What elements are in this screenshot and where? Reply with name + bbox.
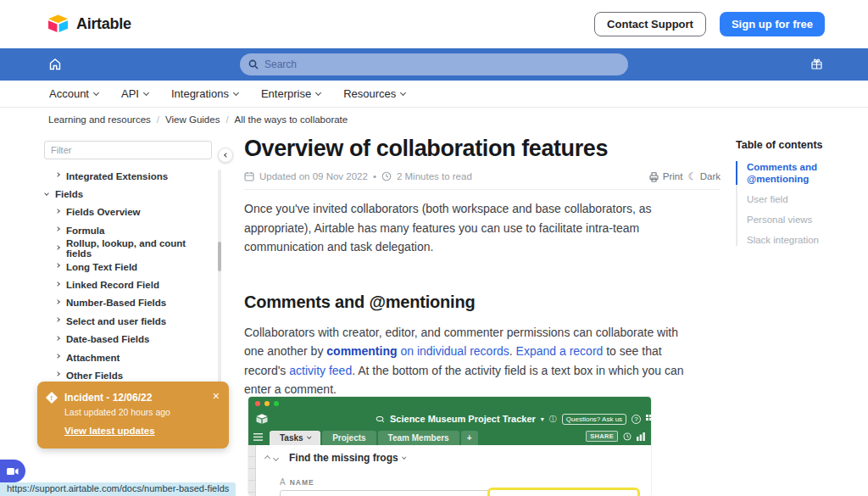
search-placeholder: Search <box>264 59 297 70</box>
chevron-right-icon <box>55 317 60 322</box>
close-icon[interactable]: × <box>213 389 220 403</box>
toc-item-comments[interactable]: Comments and @mentioning <box>747 161 861 185</box>
toc-item-user-field[interactable]: User field <box>747 193 861 205</box>
sidebar-scrollbar[interactable] <box>218 170 221 386</box>
chevron-down-icon <box>400 89 406 95</box>
add-table-icon: + <box>461 431 478 445</box>
breadcrumb-item-1[interactable]: Learning and resources <box>48 114 151 125</box>
search-input[interactable]: Search <box>240 53 628 75</box>
sidebar-item-fields[interactable]: Fields <box>44 185 214 203</box>
sidebar-item-integrated-extensions[interactable]: Integrated Extensions <box>44 167 214 185</box>
caret-down-icon <box>307 435 311 439</box>
maximize-window-icon <box>274 401 279 406</box>
meta-divider <box>244 189 721 190</box>
info-icon: ⓘ <box>549 414 557 425</box>
chevron-right-icon <box>55 263 60 268</box>
nav-item-integrations[interactable]: Integrations <box>171 87 238 100</box>
sidebar-item-long-text-field[interactable]: Long Text Field <box>44 258 214 276</box>
meta-dot: • <box>373 171 376 181</box>
nav-item-enterprise[interactable]: Enterprise <box>261 87 320 100</box>
sidebar-item-attachment[interactable]: Attachment <box>44 348 214 366</box>
search-icon <box>248 59 259 70</box>
chevron-right-icon <box>55 209 60 214</box>
link-individual-records[interactable]: on individual records <box>398 344 509 358</box>
chevron-down-icon <box>315 89 321 95</box>
base-title: Science Museum Project Tracker <box>390 414 536 424</box>
help-icon: ? <box>632 415 641 424</box>
airtable-logo[interactable]: Airtable <box>47 14 131 34</box>
video-widget-button[interactable] <box>0 460 25 482</box>
status-bar-url: https://support.airtable.com/docs/number… <box>0 482 236 496</box>
chevron-right-icon <box>55 299 60 304</box>
breadcrumb-item-2[interactable]: View Guides <box>165 114 220 125</box>
brand-name: Airtable <box>76 15 131 33</box>
breadcrumb-item-3: All the ways to collaborate <box>235 114 348 125</box>
sidebar-tree: Integrated Extensions Fields Fields Over… <box>44 167 214 385</box>
record-title: Find the missing frogs <box>289 452 398 464</box>
dark-mode-toggle[interactable]: ☾ Dark <box>687 170 721 182</box>
previous-record-icon <box>264 454 270 460</box>
zeppelin-icon <box>376 415 385 423</box>
clock-icon <box>381 171 392 181</box>
primary-nav: Account API Integrations Enterprise Reso… <box>0 81 868 108</box>
sidebar-item-linked-record-field[interactable]: Linked Record Field <box>44 276 214 293</box>
tab-team-members: Team Members <box>378 431 459 445</box>
sidebar-collapse-button[interactable] <box>218 148 233 163</box>
sidebar-item-rollup-lookup-count[interactable]: Rollup, lookup, and count fields <box>44 240 214 258</box>
sidebar-scrollbar-thumb[interactable] <box>218 242 221 271</box>
sidebar-item-date-based-fields[interactable]: Date-based Fields <box>44 331 214 348</box>
nav-item-api[interactable]: API <box>121 87 148 100</box>
breadcrumb: Learning and resources / View Guides / A… <box>48 114 348 125</box>
toc-item-slack-integration[interactable]: Slack integration <box>747 234 861 246</box>
nav-item-account[interactable]: Account <box>49 87 98 100</box>
printer-icon <box>648 171 659 182</box>
sidebar-item-number-based-fields[interactable]: Number-Based Fields <box>44 294 214 312</box>
chevron-right-icon <box>55 227 60 232</box>
updated-date: Updated on 09 Nov 2022 <box>259 171 368 181</box>
sidebar-item-formula[interactable]: Formula <box>44 221 214 239</box>
airtable-logo-icon <box>47 14 70 34</box>
toc-item-personal-views[interactable]: Personal views <box>747 214 861 226</box>
sidebar-item-select-user-fields[interactable]: Select and user fields <box>44 312 214 330</box>
sidebar-filter-input[interactable] <box>44 141 212 159</box>
contact-support-button[interactable]: Contact Support <box>594 12 706 36</box>
chevron-down-icon <box>143 89 149 95</box>
chart-icon <box>637 432 645 441</box>
moon-icon: ☾ <box>687 170 696 182</box>
video-camera-icon <box>7 467 19 476</box>
incident-toast: ! Incident - 12/06/22 Last updated 20 ho… <box>37 382 229 449</box>
print-button[interactable]: Print <box>648 171 683 182</box>
alert-diamond-icon: ! <box>46 392 58 404</box>
link-expand-a-record[interactable]: Expand a record <box>516 344 604 358</box>
text-field-icon: A <box>280 477 286 487</box>
sidebar-item-fields-overview[interactable]: Fields Overview <box>44 203 214 221</box>
top-header: Airtable Contact Support Sign up for fre… <box>0 0 868 48</box>
next-record-icon <box>273 454 279 460</box>
record-name-input <box>280 490 492 496</box>
share-badge: SHARE <box>586 431 618 442</box>
link-activity-feed[interactable]: activity feed <box>289 364 352 377</box>
intro-paragraph: Once you've invited collaborators (both … <box>244 199 698 257</box>
caret-down-icon <box>402 454 406 459</box>
caret-down-icon: ▾ <box>541 415 544 423</box>
home-icon[interactable] <box>48 58 62 71</box>
chevron-left-icon <box>224 153 229 158</box>
gift-icon[interactable] <box>810 58 824 71</box>
grid-edge <box>248 445 256 496</box>
chevron-down-icon <box>44 191 49 196</box>
article: Overview of collaboration features Updat… <box>244 136 721 399</box>
record-detail-area: Find the missing frogs A NAME Watching <box>248 445 651 496</box>
calendar-icon <box>244 171 254 181</box>
incident-link[interactable]: View latest updates <box>64 426 155 436</box>
tab-projects: Projects <box>322 431 376 445</box>
nav-item-resources[interactable]: Resources <box>343 87 405 100</box>
chevron-down-icon <box>233 89 239 95</box>
chevron-right-icon <box>55 336 60 341</box>
activity-panel-highlight: Watching × i You have 1 year of revision… <box>487 488 640 496</box>
window-traffic-lights <box>255 401 279 406</box>
signup-button[interactable]: Sign up for free <box>720 12 825 36</box>
hamburger-menu-icon <box>253 433 263 441</box>
chevron-down-icon <box>93 89 99 95</box>
chevron-right-icon <box>55 245 60 250</box>
link-commenting[interactable]: commenting <box>326 344 397 358</box>
